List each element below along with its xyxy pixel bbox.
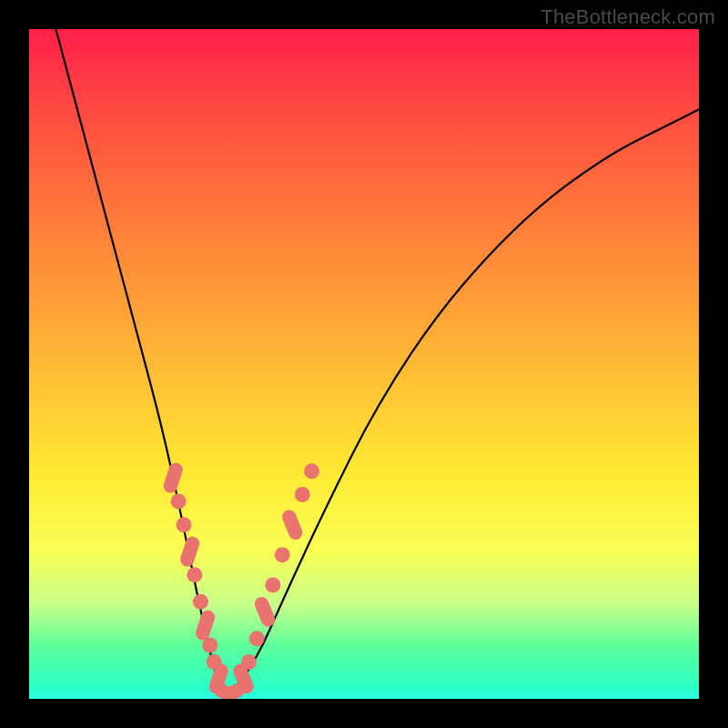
marker-dot	[171, 493, 187, 509]
chart-svg	[29, 29, 699, 699]
marker-dot	[295, 487, 310, 502]
marker-dot	[275, 547, 290, 562]
marker-dot	[241, 654, 257, 670]
marker-dot	[229, 683, 244, 698]
marker-cluster-left	[162, 461, 230, 696]
watermark-text: TheBottleneck.com	[541, 5, 715, 29]
marker-dot	[249, 631, 265, 646]
marker-capsule	[280, 508, 305, 541]
marker-capsule	[194, 609, 217, 642]
marker-dot	[304, 463, 319, 479]
marker-capsule	[178, 535, 201, 569]
marker-dot	[187, 567, 202, 582]
marker-capsule	[162, 461, 185, 495]
marker-dot	[265, 577, 280, 592]
marker-dot	[202, 638, 217, 653]
marker-cluster-right	[231, 463, 319, 695]
bottleneck-curve	[56, 29, 699, 694]
marker-dot	[193, 594, 208, 610]
marker-capsule	[253, 595, 278, 629]
chart-frame: TheBottleneck.com	[0, 0, 728, 728]
marker-dot	[177, 517, 192, 532]
marker-cluster-bottom	[215, 683, 244, 699]
chart-plot-area	[29, 29, 699, 699]
